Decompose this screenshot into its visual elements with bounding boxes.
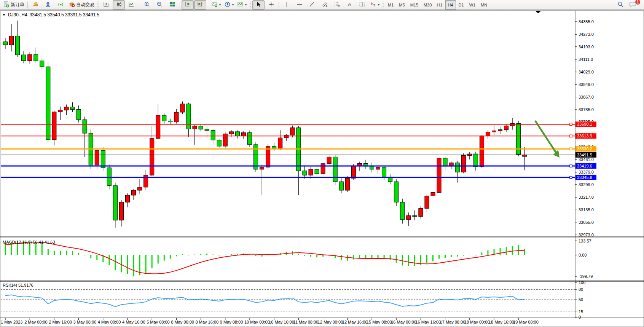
- macd-histogram-bar: [127, 255, 128, 274]
- search-button[interactable]: [614, 0, 626, 10]
- zoom-in-button[interactable]: [141, 0, 153, 10]
- time-axis-label: 18 May 16:00: [489, 320, 514, 324]
- fibonacci-button[interactable]: F: [331, 0, 343, 10]
- algo-trading-icon: [69, 1, 75, 9]
- candle-bear: [187, 104, 191, 129]
- candle-bear: [473, 154, 478, 167]
- cursor-button[interactable]: [252, 0, 265, 10]
- indicators-icon: [237, 1, 244, 9]
- profile-icon: [45, 1, 51, 9]
- timeframe-H4[interactable]: H4: [445, 0, 456, 10]
- candle-bull: [180, 104, 185, 112]
- svg-text:T: T: [361, 2, 363, 6]
- chart-shift-icon: [197, 1, 204, 9]
- indicators-button[interactable]: ▾: [236, 0, 248, 10]
- price-axis-label: 33299.0: [579, 182, 594, 187]
- macd-histogram-bar: [451, 255, 452, 257]
- price-line-anchor[interactable]: [570, 123, 572, 125]
- chart-ohlc-values: 33481.5 33540.5 33391.5 33491.5: [30, 12, 100, 18]
- candle-bull: [510, 123, 515, 126]
- candlestick-icon: [116, 1, 122, 9]
- bar-chart-button[interactable]: [100, 0, 112, 10]
- chart-shift-button[interactable]: [194, 0, 206, 10]
- new-chart-icon: [211, 1, 218, 9]
- candle-bear: [107, 168, 111, 186]
- timeframe-W1[interactable]: W1: [467, 0, 478, 10]
- new-order-button[interactable]: 新订单: [2, 0, 26, 10]
- vertical-line-button[interactable]: [281, 0, 293, 10]
- candle-bear: [46, 67, 50, 140]
- crosshair-button[interactable]: [265, 0, 277, 10]
- timeframe-D1[interactable]: D1: [456, 0, 467, 10]
- price-axis-label: 34111.0: [579, 57, 593, 62]
- timeframe-M5[interactable]: M5: [396, 0, 407, 10]
- candle-bull: [492, 131, 496, 132]
- macd-histogram-bar: [445, 255, 446, 258]
- macd-histogram-bar: [182, 254, 183, 255]
- time-axis-label: 9 May 08:00: [220, 320, 243, 324]
- price-chart-canvas[interactable]: 34355.034273.034193.034111.034029.033949…: [0, 0, 644, 327]
- arrows-button[interactable]: ▾: [368, 0, 381, 10]
- algo-trading-label: 自动交易: [76, 2, 94, 8]
- horizontal-line-button[interactable]: [293, 0, 305, 10]
- macd-histogram-bar: [481, 252, 482, 255]
- price-axis-label: 32973.0: [579, 233, 594, 237]
- candle-bull: [10, 36, 14, 45]
- macd-histogram-bar: [188, 255, 189, 255]
- candlestick-button[interactable]: [113, 0, 125, 10]
- price-line-anchor[interactable]: [570, 148, 572, 150]
- macd-histogram-bar: [176, 255, 177, 256]
- market-watch-button[interactable]: [29, 0, 41, 10]
- macd-histogram-bar: [408, 255, 409, 266]
- price-line-anchor[interactable]: [570, 176, 572, 179]
- profile-button[interactable]: [42, 0, 54, 10]
- timeframe-H1[interactable]: H1: [434, 0, 445, 10]
- timeframe-M15[interactable]: M15: [408, 0, 421, 10]
- text-label-button[interactable]: T: [356, 0, 368, 10]
- candle-bull: [193, 126, 197, 129]
- candle-bull: [126, 195, 130, 202]
- zoom-out-button[interactable]: [153, 0, 166, 10]
- time-axis-label: 10 May 16:00: [269, 320, 294, 324]
- macd-histogram-bar: [432, 255, 434, 261]
- timeframe-M1[interactable]: M1: [385, 0, 396, 10]
- timeframe-M30[interactable]: M30: [421, 0, 434, 10]
- equidistant-channel-icon: E: [321, 1, 328, 9]
- macd-histogram-bar: [426, 255, 427, 263]
- price-badge-label: 33345.8: [577, 175, 592, 180]
- equidistant-channel-button[interactable]: E: [318, 0, 330, 10]
- macd-histogram-bar: [371, 255, 373, 258]
- candle-bull: [58, 110, 62, 112]
- macd-histogram-bar: [475, 255, 476, 255]
- search-icon: [617, 1, 624, 9]
- one-click-trading-toggle[interactable]: ▼: [2, 13, 6, 17]
- fibonacci-icon: F: [334, 1, 340, 9]
- price-line-anchor[interactable]: [570, 135, 572, 137]
- tile-windows-button[interactable]: [166, 0, 178, 10]
- bar-chart-icon: [103, 1, 110, 9]
- new-order-icon: [3, 1, 10, 9]
- auto-scroll-button[interactable]: [182, 0, 194, 10]
- periods-button[interactable]: ▾: [223, 0, 235, 10]
- line-chart-button[interactable]: [125, 0, 137, 10]
- chevron-down-icon: ▾: [219, 3, 221, 6]
- signals-button[interactable]: [54, 0, 67, 10]
- candle-bear: [413, 215, 417, 216]
- timeframe-buttons: M1M5M15M30H1H4D1W1MN: [385, 0, 490, 10]
- notifications-button[interactable]: 1: [626, 0, 639, 10]
- candle-bear: [382, 167, 386, 177]
- candle-bear: [70, 107, 75, 109]
- price-line-anchor[interactable]: [570, 165, 572, 167]
- timeframe-MN[interactable]: MN: [478, 0, 490, 10]
- price-axis-label: 33135.0: [579, 207, 594, 212]
- trendline-button[interactable]: [306, 0, 318, 10]
- candle-bear: [443, 158, 447, 166]
- new-chart-button[interactable]: ▾: [210, 0, 222, 10]
- time-axis-label: 4 May 16:00: [122, 320, 145, 324]
- macd-histogram-bar: [158, 255, 159, 263]
- price-axis-label: 33379.0: [579, 170, 594, 174]
- candle-bull: [431, 193, 435, 196]
- macd-histogram-bar: [66, 251, 67, 255]
- text-button[interactable]: A: [343, 0, 355, 10]
- algo-trading-button[interactable]: 自动交易: [67, 0, 96, 10]
